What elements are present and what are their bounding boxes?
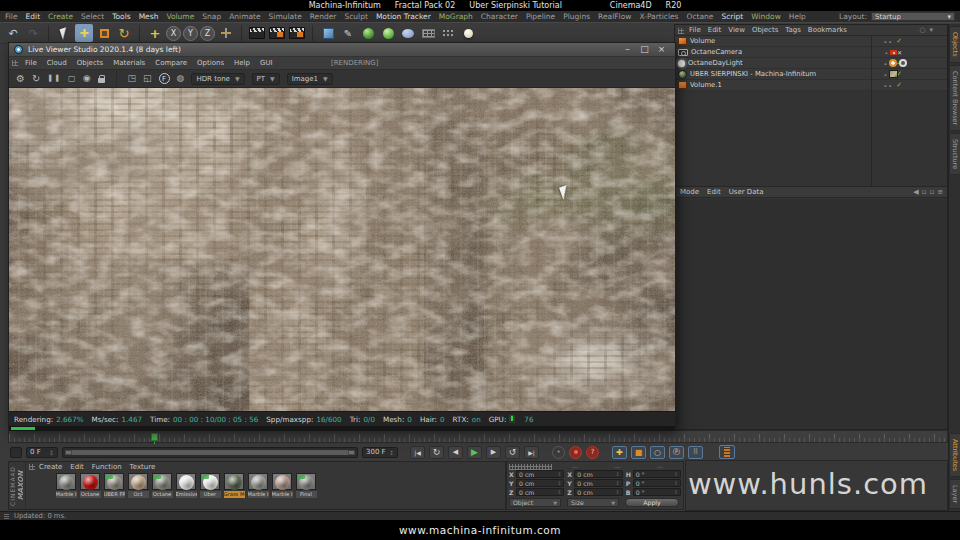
object-row-volume-1[interactable]: Volume.1 ∙∙✓ [675, 80, 947, 91]
object-row-octane-camera[interactable]: OctaneCamera ∙∙✕ [675, 47, 947, 58]
menu-item[interactable]: MoGraph [439, 12, 473, 21]
visibility-dots-icon[interactable]: ∙∙ [884, 82, 894, 89]
render-settings-icon[interactable] [288, 24, 306, 42]
search-icon[interactable]: ○ [919, 26, 925, 34]
menu-item[interactable]: Motion Tracker [376, 12, 431, 21]
panel-options-icon[interactable]: ≡ [937, 188, 943, 196]
back-arrow-icon[interactable]: ◀ [913, 188, 918, 196]
region-render-icon[interactable]: ▢ [68, 75, 76, 83]
menu-item[interactable]: Animate [229, 12, 260, 21]
live-viewer-menu-item[interactable]: Compare [155, 59, 187, 67]
play-button[interactable]: ▶ [467, 446, 482, 459]
pause-render-icon[interactable]: ❚❚ [47, 75, 61, 82]
material-thumbnail[interactable] [200, 473, 220, 490]
go-to-start-button[interactable]: |◀ [410, 446, 425, 459]
range-track[interactable] [65, 450, 355, 455]
scale-key-toggle[interactable]: ■ [631, 446, 646, 459]
restart-render-icon[interactable]: ↻ [32, 74, 40, 84]
autokey-button[interactable] [569, 446, 582, 459]
render-pass-dropdown[interactable]: Image1▼ [287, 73, 333, 85]
add-cube-icon[interactable] [319, 24, 337, 42]
menu-item[interactable]: Sculpt [344, 12, 367, 21]
light-icon[interactable] [459, 24, 477, 42]
menu-item[interactable]: Snap [202, 12, 221, 21]
material-menu-item[interactable]: Texture [130, 463, 156, 471]
enabled-check-icon[interactable]: ✓ [896, 38, 902, 45]
attribute-menu-item[interactable]: User Data [729, 188, 764, 196]
position-z-field[interactable]: 0 cm↕ [516, 488, 564, 496]
generators-icon[interactable] [359, 24, 377, 42]
light-picker-icon[interactable]: ◍ [177, 74, 185, 83]
parameter-key-toggle[interactable]: Ⓟ [669, 446, 684, 459]
size-mode-dropdown[interactable]: Size▼ [567, 498, 619, 507]
history-icon[interactable]: ▫ [922, 188, 927, 196]
end-frame-field[interactable]: 300 F↕ [362, 447, 398, 458]
live-viewer-menu-item[interactable]: Objects [77, 59, 103, 67]
enabled-check-icon[interactable]: ✓ [896, 82, 902, 89]
close-button[interactable]: × [653, 43, 670, 56]
stepper-icon[interactable]: ↕ [557, 489, 561, 495]
material-item[interactable]: Oct [127, 473, 149, 498]
live-viewer-menu-item[interactable]: File [25, 59, 37, 67]
scale-tool-icon[interactable] [95, 24, 113, 42]
range-right-grip[interactable] [348, 450, 355, 455]
menu-item[interactable]: Select [81, 12, 104, 21]
dock-tab[interactable]: Objects [949, 26, 960, 63]
menu-item[interactable]: Mesh [139, 12, 159, 21]
timeline-ruler[interactable] [8, 430, 948, 443]
object-manager-menu-item[interactable]: Objects [752, 26, 778, 34]
start-frame-field[interactable]: 0 F↕ [26, 447, 58, 458]
coordinate-system-dropdown[interactable]: Object▼ [509, 498, 561, 507]
material-thumbnail[interactable] [128, 473, 148, 490]
material-item[interactable]: Octane [151, 473, 173, 498]
material-item[interactable]: Final [295, 473, 317, 498]
previous-frame-button[interactable]: ◀ [448, 446, 463, 459]
menu-item[interactable]: Edit [26, 12, 41, 21]
live-selection-icon[interactable] [55, 24, 73, 42]
material-item[interactable]: Emissive [175, 473, 197, 498]
menu-item[interactable]: Plugins [563, 12, 590, 21]
y-axis-button[interactable]: Y [183, 26, 198, 41]
keyframe-selection-button[interactable]: ? [586, 446, 599, 459]
focus-pin-icon[interactable]: F [159, 73, 170, 84]
stepper-icon[interactable]: ↕ [557, 480, 561, 486]
material-item[interactable]: Marble I [271, 473, 293, 498]
material-thumbnail[interactable] [272, 473, 292, 490]
position-key-toggle[interactable]: ✚ [612, 446, 627, 459]
menu-item[interactable]: Character [481, 12, 518, 21]
size-x-field[interactable]: 0 cm↕ [574, 470, 622, 478]
attribute-menu-item[interactable]: Mode [680, 188, 699, 196]
live-viewer-menu-item[interactable]: Cloud [47, 59, 67, 67]
material-menu-item[interactable]: Function [92, 463, 122, 471]
live-viewer-menu-item[interactable]: Materials [113, 59, 145, 67]
stepper-icon[interactable]: ↕ [557, 471, 561, 477]
material-menu-item[interactable]: Edit [70, 463, 84, 471]
object-manager-menu-item[interactable]: Edit [708, 26, 722, 34]
coordinate-system-icon[interactable] [217, 24, 235, 42]
live-viewer-menu-item[interactable]: GUI [260, 59, 273, 67]
timeline-range-slider[interactable] [62, 447, 358, 458]
material-thumbnail[interactable] [224, 473, 244, 490]
range-left-grip[interactable] [65, 450, 72, 455]
filter-icon[interactable]: ▾ [929, 26, 933, 34]
copy-image-icon[interactable]: ◳ [128, 74, 137, 83]
minimize-button[interactable]: – [619, 43, 636, 56]
material-item[interactable]: Marble I [55, 473, 77, 498]
stepper-icon[interactable]: ↕ [49, 449, 54, 456]
size-z-field[interactable]: 0 cm↕ [574, 488, 622, 496]
menu-item[interactable]: Octane [687, 12, 714, 21]
next-frame-button[interactable]: ▶ [486, 446, 501, 459]
panel-grip-icon[interactable] [12, 60, 18, 66]
stepper-icon[interactable]: ↕ [389, 449, 394, 456]
object-manager-menu-item[interactable]: File [689, 26, 701, 34]
octane-camera-tag-icon[interactable] [889, 49, 898, 56]
material-thumbnail[interactable] [176, 473, 196, 490]
loop-button[interactable]: ↺ [505, 446, 520, 459]
object-manager-menu-item[interactable]: View [728, 26, 745, 34]
timeline-options-box[interactable] [10, 447, 22, 458]
layout-select[interactable]: Startup▾ [871, 12, 955, 21]
size-y-field[interactable]: 0 cm↕ [574, 479, 622, 487]
menu-item[interactable]: Pipeline [526, 12, 555, 21]
move-tool-icon[interactable]: ✚ [75, 24, 93, 42]
menu-item[interactable]: Window [751, 12, 781, 21]
